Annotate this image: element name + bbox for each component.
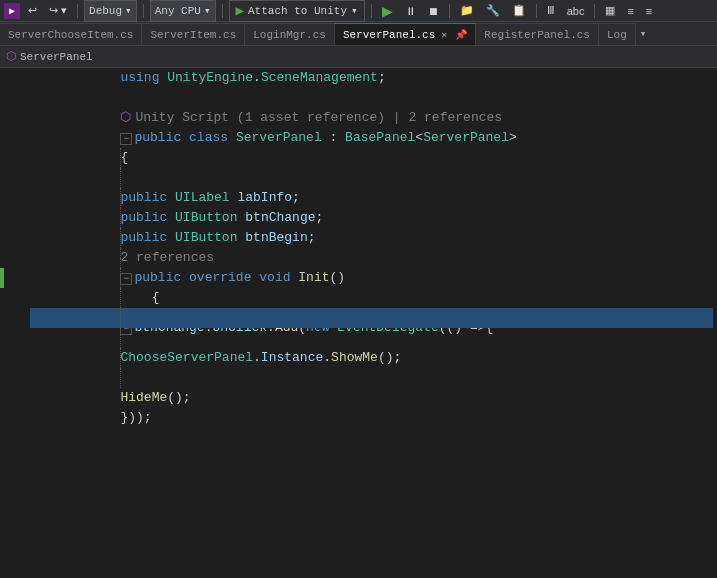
toolbar-btn5[interactable]: 📋: [508, 1, 530, 21]
code-line-close-lambda: }));: [30, 368, 713, 388]
tabs-bar: ServerChooseItem.cs ServerItem.cs LoginM…: [0, 22, 717, 46]
line-num: [30, 368, 58, 388]
tab-serverpanel[interactable]: ServerPanel.cs ✕ 📌: [335, 23, 476, 45]
toolbar-btn2[interactable]: ⏹: [424, 1, 443, 21]
line-num: [30, 288, 58, 308]
line-num: [30, 108, 58, 128]
line-num: [30, 228, 58, 248]
tab-overflow[interactable]: ▾: [636, 27, 651, 40]
toolbar-btn10[interactable]: ≡: [642, 1, 656, 21]
tab-loginmgr[interactable]: LoginMgr.cs: [245, 23, 335, 45]
line-num: [30, 248, 58, 268]
line-num: [30, 328, 58, 348]
line-num: [30, 88, 58, 108]
gutter: [0, 68, 22, 550]
vs-logo: ▶: [4, 3, 20, 19]
attach-button[interactable]: ▶ Attach to Unity ▾: [229, 0, 365, 22]
line-num: [30, 348, 58, 368]
code-line-using: using UnityEngine.SceneManagement;: [30, 68, 713, 88]
line-num: [30, 188, 58, 208]
attach-chevron: ▾: [351, 4, 358, 17]
titlebar-left: ▶ ↩ ↪ ▾ Debug ▾ Any CPU ▾ ▶ Attach to Un…: [4, 0, 656, 22]
toolbar-btn6[interactable]: Ⅲ: [543, 1, 559, 21]
sep4: [371, 4, 372, 18]
cpu-label: Any CPU: [155, 5, 201, 17]
tab-label: ServerItem.cs: [150, 29, 236, 41]
sep7: [594, 4, 595, 18]
tab-label: Log: [607, 29, 627, 41]
debug-chevron: ▾: [125, 4, 132, 17]
sep2: [143, 4, 144, 18]
debug-label: Debug: [89, 5, 122, 17]
tab-close-btn[interactable]: ✕: [439, 29, 449, 41]
breadcrumb-text: ServerPanel: [20, 51, 93, 63]
cpu-chevron: ▾: [204, 4, 211, 17]
toolbar-btn9[interactable]: ≡: [623, 1, 637, 21]
pin-icon: 📌: [453, 29, 467, 41]
redo-button[interactable]: ↪ ▾: [45, 1, 71, 21]
line-num: [30, 308, 58, 328]
tab-serveritem[interactable]: ServerItem.cs: [142, 23, 245, 45]
toolbar-btn8[interactable]: ▦: [601, 1, 619, 21]
sep6: [536, 4, 537, 18]
line-num: [30, 268, 58, 288]
code-area[interactable]: using UnityEngine.SceneManagement; ⬡Unit…: [22, 68, 717, 550]
line-num: [30, 68, 58, 88]
tab-label: ServerChooseItem.cs: [8, 29, 133, 41]
sep5: [449, 4, 450, 18]
undo-button[interactable]: ↩: [24, 1, 41, 21]
debug-dropdown[interactable]: Debug ▾: [84, 0, 137, 22]
tab-registerpanel[interactable]: RegisterPanel.cs: [476, 23, 599, 45]
tab-label: RegisterPanel.cs: [484, 29, 590, 41]
play-icon: ▶: [236, 2, 244, 19]
titlebar: ▶ ↩ ↪ ▾ Debug ▾ Any CPU ▾ ▶ Attach to Un…: [0, 0, 717, 22]
cpu-dropdown[interactable]: Any CPU ▾: [150, 0, 216, 22]
breadcrumb-icon: ⬡: [6, 49, 16, 64]
toolbar-btn3[interactable]: 📁: [456, 1, 478, 21]
toolbar-btn1[interactable]: ⏸: [401, 1, 420, 21]
tab-log[interactable]: Log: [599, 23, 636, 45]
tab-label: ServerPanel.cs: [343, 29, 435, 41]
tab-serverchoseitem[interactable]: ServerChooseItem.cs: [0, 23, 142, 45]
line-num: [30, 168, 58, 188]
line-num: [30, 128, 58, 148]
sep1: [77, 4, 78, 18]
run-button[interactable]: ▶: [378, 1, 397, 21]
breakpoint-indicator: [0, 268, 4, 288]
breadcrumb: ⬡ ServerPanel: [0, 46, 717, 68]
sep3: [222, 4, 223, 18]
editor: using UnityEngine.SceneManagement; ⬡Unit…: [0, 68, 717, 550]
toolbar-btn7[interactable]: abc: [563, 1, 589, 21]
toolbar-btn4[interactable]: 🔧: [482, 1, 504, 21]
line-num: [30, 148, 58, 168]
line-num: [30, 208, 58, 228]
tab-label: LoginMgr.cs: [253, 29, 326, 41]
attach-label: Attach to Unity: [248, 5, 347, 17]
